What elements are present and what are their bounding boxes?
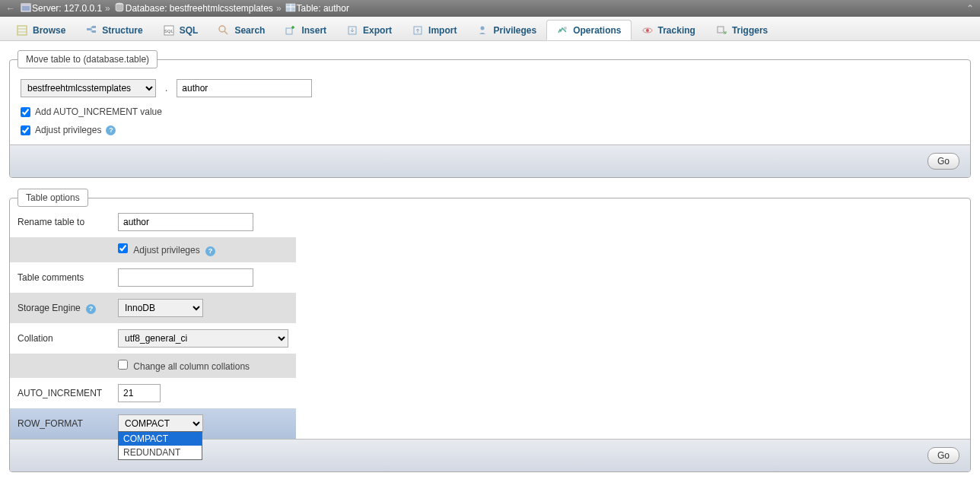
database-icon: [113, 2, 126, 16]
move-table-legend: Move table to (database.table): [18, 50, 158, 68]
svg-rect-6: [18, 26, 27, 35]
tab-operations[interactable]: Operations: [546, 20, 631, 40]
table-options-go-button[interactable]: Go: [928, 447, 959, 464]
auto-increment-input[interactable]: [118, 384, 161, 402]
svg-point-20: [564, 27, 567, 30]
tab-label: Insert: [301, 25, 326, 36]
rename-table-input[interactable]: [118, 213, 253, 231]
svg-rect-9: [87, 28, 91, 30]
tab-label: Structure: [102, 25, 142, 36]
tab-privileges[interactable]: Privileges: [466, 20, 546, 40]
collation-label: Collation: [10, 323, 110, 354]
svg-text:SQL: SQL: [164, 29, 174, 33]
svg-rect-23: [718, 27, 724, 33]
adjust-privileges-checkbox[interactable]: [21, 125, 30, 135]
server-label: Server:: [32, 3, 62, 14]
tab-insert[interactable]: Insert: [275, 20, 336, 40]
sql-icon: SQL: [163, 24, 175, 37]
svg-point-22: [646, 29, 649, 32]
tab-label: Operations: [573, 25, 621, 36]
svg-point-14: [219, 26, 225, 32]
help-icon[interactable]: ?: [106, 125, 116, 135]
database-label: Database:: [126, 3, 167, 14]
breadcrumb-table[interactable]: author: [323, 3, 349, 14]
tab-search[interactable]: Search: [208, 20, 275, 40]
row-format-dropdown: COMPACT REDUNDANT: [118, 431, 202, 460]
svg-rect-16: [286, 28, 292, 34]
import-icon: [412, 24, 424, 37]
move-table-fieldset: Move table to (database.table) bestfreeh…: [9, 50, 971, 178]
storage-engine-label: Storage Engine: [18, 303, 81, 313]
auto-increment-label: AUTO_INCREMENT: [10, 378, 110, 408]
dot-separator: .: [165, 83, 167, 94]
table-options-legend: Table options: [18, 189, 88, 207]
table-icon: [285, 2, 297, 16]
breadcrumb-separator: »: [105, 3, 110, 14]
tab-label: Triggers: [732, 25, 768, 36]
triggers-icon: [715, 24, 727, 37]
svg-line-15: [224, 31, 228, 34]
svg-rect-10: [92, 26, 96, 28]
table-options-fieldset: Table options Rename table to Adjust pri…: [9, 189, 971, 472]
row-format-option-compact[interactable]: COMPACT: [119, 432, 202, 446]
row-format-label: ROW_FORMAT: [10, 408, 110, 439]
tracking-icon: [641, 24, 654, 37]
structure-icon: [85, 24, 97, 37]
tab-triggers[interactable]: Triggers: [705, 20, 778, 40]
change-collations-checkbox[interactable]: [118, 360, 128, 370]
help-icon[interactable]: ?: [205, 246, 215, 256]
svg-point-19: [481, 26, 485, 30]
tab-bar: Browse Structure SQL SQL Search Insert E…: [0, 17, 980, 41]
breadcrumb-separator: »: [276, 3, 282, 14]
options-adjust-privileges-label[interactable]: Adjust privileges: [133, 245, 199, 256]
operations-icon: [556, 24, 568, 37]
move-table-name-input[interactable]: [177, 79, 312, 97]
tab-import[interactable]: Import: [402, 20, 466, 40]
collapse-icon[interactable]: ⌃: [966, 3, 974, 14]
export-icon: [346, 24, 358, 37]
table-label: Table:: [297, 3, 321, 14]
change-collations-label[interactable]: Change all column collations: [133, 361, 250, 372]
tab-label: Export: [363, 25, 392, 36]
move-table-go-button[interactable]: Go: [928, 153, 959, 170]
table-comments-input[interactable]: [118, 268, 253, 287]
svg-rect-11: [92, 30, 96, 33]
browse-icon: [16, 24, 28, 37]
tab-label: Search: [234, 25, 265, 36]
server-icon: [20, 2, 32, 16]
adjust-privileges-label[interactable]: Adjust privileges: [35, 125, 101, 135]
tab-label: Tracking: [658, 25, 695, 36]
privileges-icon: [476, 24, 488, 37]
back-arrow-icon[interactable]: ←: [6, 3, 15, 14]
tab-sql[interactable]: SQL SQL: [153, 20, 208, 40]
add-auto-increment-label[interactable]: Add AUTO_INCREMENT value: [35, 106, 162, 117]
tab-structure[interactable]: Structure: [75, 20, 152, 40]
help-icon[interactable]: ?: [86, 304, 96, 314]
storage-engine-select[interactable]: InnoDB: [118, 299, 203, 317]
breadcrumb-server[interactable]: 127.0.0.1: [64, 3, 102, 14]
tab-label: Import: [428, 25, 457, 36]
tab-tracking[interactable]: Tracking: [632, 20, 705, 40]
tab-label: Privileges: [493, 25, 536, 36]
tab-label: Browse: [33, 25, 65, 36]
options-adjust-privileges-checkbox[interactable]: [118, 243, 128, 253]
breadcrumb: ← Server: 127.0.0.1 » Database: bestfree…: [0, 0, 980, 17]
add-auto-increment-checkbox[interactable]: [21, 107, 30, 117]
insert-icon: [285, 24, 297, 37]
tab-export[interactable]: Export: [336, 20, 402, 40]
collation-select[interactable]: utf8_general_ci: [118, 329, 288, 348]
svg-rect-1: [21, 4, 30, 6]
table-comments-label: Table comments: [10, 262, 110, 293]
row-format-select[interactable]: COMPACT: [118, 414, 203, 433]
tab-browse[interactable]: Browse: [6, 20, 75, 40]
tab-label: SQL: [180, 25, 199, 36]
breadcrumb-database[interactable]: bestfreehtmlcsstemplates: [170, 3, 273, 14]
rename-table-label: Rename table to: [10, 207, 110, 237]
row-format-option-redundant[interactable]: REDUNDANT: [119, 446, 202, 459]
search-icon: [218, 24, 230, 37]
move-database-select[interactable]: bestfreehtmlcsstemplates: [21, 79, 156, 97]
